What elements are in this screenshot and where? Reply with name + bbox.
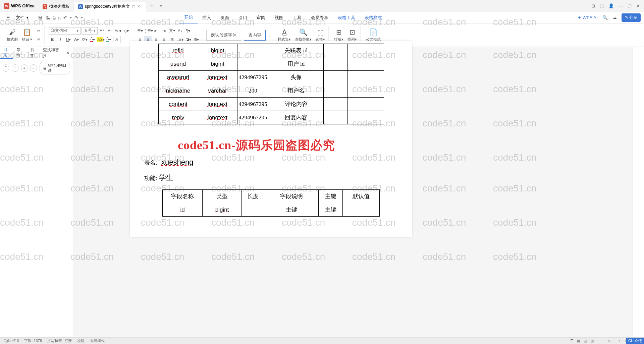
collapse-up-button[interactable]: ˄ [12,64,18,72]
file-menu[interactable]: 文件▾ [13,15,31,21]
smart-toc-button[interactable]: ◎ 智能识别目录 [40,62,70,74]
official-mode-button[interactable]: 📄公文模式 [365,28,382,42]
menu-page[interactable]: 页面 [216,12,234,23]
tab-list-button[interactable]: ▾ [157,4,165,8]
table-1[interactable]: refidbigint关联表 iduseridbigint用户 idavatar… [158,44,384,124]
table-row[interactable]: useridbigint用户 id [158,57,384,71]
cut-button[interactable]: ✂ [35,27,42,35]
tab-close-icon[interactable]: ✕ [137,4,142,9]
nav-tab-find[interactable]: 查找和替换 [40,47,63,59]
styleset-button[interactable]: A̲样式集▾ [276,28,292,42]
menu-table-tools[interactable]: 表格工具 [333,12,360,23]
menu-start[interactable]: 开始 [179,12,198,23]
nav-tab-chapter[interactable]: 章节 [13,47,26,59]
paste-button[interactable]: 📋粘贴 ▾ [20,28,34,42]
pin-icon[interactable]: ⊞ [591,3,595,8]
menu-insert[interactable]: 插入 [198,12,216,23]
zoom-slider[interactable]: ──○── [603,339,615,343]
hamburger-menu[interactable]: 三 [3,15,13,21]
redo-icon[interactable]: ↷ [74,15,78,20]
page-indicator[interactable]: 页面 4/13 [3,338,19,343]
sort-button[interactable]: A↓ [176,27,184,35]
save-icon[interactable]: 🖫 [38,15,43,20]
style-default[interactable]: 默认段落字体 [206,30,241,41]
style-down-icon[interactable]: ˅ [268,36,270,39]
view-page-icon[interactable]: ▦ [577,339,580,343]
layout-button[interactable]: ⊞排版▾ [333,28,345,42]
undo-icon[interactable]: ↶ [63,15,67,20]
view-read-icon[interactable]: ☰ [570,339,574,343]
cloud-icon[interactable]: ☁ [612,15,617,20]
tab-add-button[interactable]: ＋ [147,2,157,9]
view-web-icon[interactable]: ▤ [584,339,587,343]
increase-indent-button[interactable]: ⇥ [160,27,168,35]
font-color-button[interactable]: A▾ [89,36,96,43]
decrease-indent-button[interactable]: ⇤ [152,27,160,35]
zoom-out-button[interactable]: − [597,339,599,343]
format-painter-button[interactable]: 🖌格式刷 [5,28,19,42]
decrease-font-button[interactable]: A⁻ [106,27,114,35]
clear-format-button[interactable]: ◇▾ [122,27,130,35]
table-row[interactable]: refidbigint关联表 id [158,44,384,57]
view-outline-icon[interactable]: ▥ [590,339,594,343]
table-row[interactable]: idbigint主键主键 [163,203,380,217]
add-heading-button[interactable]: ＋ [21,64,28,72]
menu-review[interactable]: 审阅 [252,12,270,23]
increase-font-button[interactable]: A⁺ [98,27,106,35]
shading-button[interactable]: A▾ [105,36,112,43]
nav-tab-bookmark[interactable]: 书签 [26,47,40,59]
maximize-button[interactable]: ▢ [628,3,632,8]
menu-view[interactable]: 视图 [270,12,288,23]
word-count[interactable]: 字数: 1378 [24,338,42,343]
proof-status[interactable]: 校对 [77,338,85,343]
tab-menu-icon[interactable]: ▢ [132,4,135,9]
avatar-icon[interactable]: 👤 [608,3,614,8]
bold-button[interactable]: B [49,36,56,43]
font-select[interactable]: 华文仿宋▾ [49,27,81,35]
superscript-button[interactable]: X²▾ [81,36,88,43]
wps-ai-button[interactable]: ✦ WPS AI [578,15,597,20]
italic-button[interactable]: I [57,36,64,43]
share-button[interactable]: ✎ 分享 [622,13,641,22]
style-content[interactable]: 表内容 [244,30,266,41]
arrange-button[interactable]: ⊡排列▾ [346,28,358,42]
nav-close-button[interactable]: ✕ [63,47,73,59]
document-canvas[interactable]: refidbigint关联表 iduseridbigint用户 idavatar… [130,41,412,237]
copy-button[interactable]: ⎘ [35,36,42,43]
show-marks-button[interactable]: ¶▾ [184,27,192,35]
underline-button[interactable]: U▾ [65,36,72,43]
char-border-button[interactable]: A [113,36,120,43]
zoom-in-button[interactable]: + [619,339,621,343]
menu-vip[interactable]: 会员专享 [306,12,333,23]
table-row[interactable]: contentlongtext4294967295评论内容 [158,98,384,111]
numbering-button[interactable]: ⋮☰▾ [144,27,152,35]
cut-quick-icon[interactable]: ⎌ [58,15,61,20]
print-icon[interactable]: 🖶 [45,15,50,20]
search-icon[interactable]: 🔍 [602,15,608,20]
change-case-button[interactable]: Aa▾ [114,27,122,35]
spellcheck-status[interactable]: 拼写检查- 打开 [47,338,72,343]
bullets-button[interactable]: ☰▾ [136,27,144,35]
close-button[interactable]: ✕ [636,3,640,8]
table-row[interactable]: nicknamevarchar200用户名 [158,84,384,98]
nav-tab-toc[interactable]: 目录 [0,47,13,59]
strike-button[interactable]: A̶▾ [73,36,80,43]
table-row[interactable]: replylongtext4294967295回复内容 [158,111,384,124]
menu-ref[interactable]: 引用 [234,12,252,23]
collapse-down-button[interactable]: ˅ [3,64,9,72]
tab-document[interactable]: W springbootb8t93数据库文 ▢ ✕ [74,2,146,12]
tab-template[interactable]: D 找稿壳模板 [39,2,73,12]
size-select[interactable]: 五号▾ [82,27,98,35]
table-2[interactable]: 字段名称类型长度字段说明主键默认值idbigint主键主键 [162,189,380,217]
cube-icon[interactable]: ⬚ [600,3,604,8]
table-row[interactable]: avatarurllongtext4294967295头像 [158,71,384,84]
menu-tools[interactable]: 工具 [288,12,306,23]
highlight-button[interactable]: ab▾ [97,36,104,43]
select-button[interactable]: ⬚选择▾ [314,28,326,42]
menu-table-style[interactable]: 表格样式 [360,12,387,23]
minimize-button[interactable]: — [619,3,623,8]
text-direction-button[interactable]: 文▾ [168,27,176,35]
preview-icon[interactable]: ⎙ [53,15,55,20]
remove-heading-button[interactable]: － [30,64,37,72]
find-replace-button[interactable]: 🔍查找替换▾ [293,28,313,42]
